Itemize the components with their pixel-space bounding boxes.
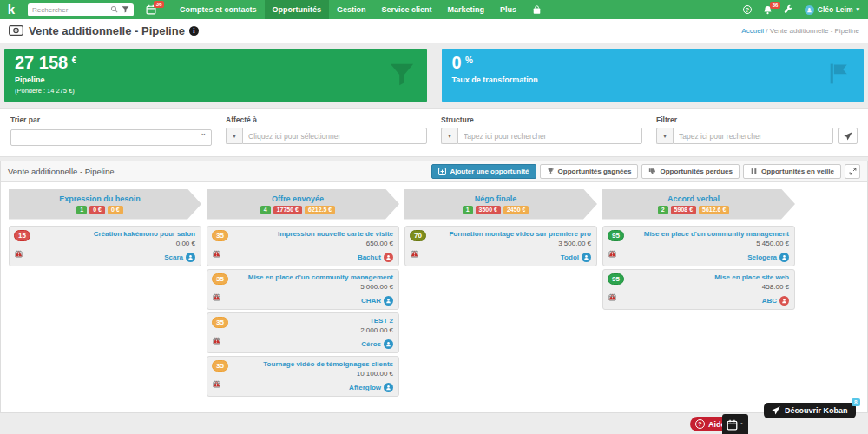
probability-badge: 95 — [608, 273, 624, 285]
opportunity-card[interactable]: 15 Création kakémono pour salon 0.00 € S… — [9, 226, 201, 266]
opportunity-title[interactable]: Formation montage video sur premiere pro — [435, 230, 591, 239]
opportunity-title[interactable]: Mise en place d'un community management — [237, 273, 393, 282]
account-avatar-icon[interactable] — [779, 253, 789, 262]
lost-opportunities-button[interactable]: Opportunités perdues — [641, 164, 740, 179]
standby-opportunities-button[interactable]: Opportunités en veille — [743, 164, 841, 179]
chevron-up-icon: ⌃ — [740, 422, 745, 429]
opportunity-amount: 10 100.00 € — [237, 370, 393, 378]
nav-service-client[interactable]: Service client — [374, 0, 440, 19]
opportunity-title[interactable]: Tournage vidéo de témoignages clients — [237, 360, 393, 369]
calendar-icon[interactable] — [213, 376, 220, 391]
account-link[interactable]: Selogera — [747, 253, 777, 261]
opportunity-amount: 5 450.00 € — [633, 240, 789, 247]
account-avatar-icon[interactable] — [779, 296, 789, 306]
opportunity-card[interactable]: 70 Formation montage video sur premiere … — [404, 226, 597, 266]
opportunity-card[interactable]: 35 TEST 2 2 000.00 € Céros — [207, 312, 399, 353]
stage-weighted-badge: 5612.6 € — [699, 206, 729, 214]
stage-total-badge: 3500 € — [476, 206, 501, 214]
nav-opportunites[interactable]: Opportunités — [265, 0, 330, 19]
assigned-dropdown-button[interactable]: ▾ — [226, 128, 242, 144]
structure-dropdown-button[interactable]: ▾ — [441, 128, 457, 144]
calendar-fab-button[interactable]: ⌃ — [722, 414, 748, 434]
filter-input[interactable] — [673, 128, 833, 144]
opportunity-title[interactable]: Mise en place site web — [633, 273, 789, 282]
search-icon[interactable] — [110, 5, 118, 15]
nav-gestion[interactable]: Gestion — [329, 0, 374, 19]
opportunity-amount: 5 000.00 € — [237, 283, 393, 291]
account-avatar-icon[interactable] — [384, 253, 393, 262]
opportunity-title[interactable]: Création kakémono pour salon — [39, 230, 195, 239]
kpi-pipeline-label: Pipeline — [15, 76, 417, 84]
won-opportunities-button[interactable]: Opportunités gagnées — [540, 164, 639, 179]
stage-count-badge: 2 — [658, 206, 668, 214]
opportunity-title[interactable]: Mise en place d'un community management — [633, 230, 789, 239]
structure-input[interactable] — [457, 128, 642, 144]
notifications-bell-icon[interactable]: 36 — [763, 5, 773, 15]
calendar-icon[interactable] — [411, 246, 418, 261]
nav-plus[interactable]: Plus — [492, 0, 524, 19]
account-avatar-icon[interactable] — [582, 253, 591, 262]
account-link[interactable]: Afterglow — [349, 384, 381, 391]
global-search[interactable] — [28, 3, 134, 16]
opportunity-title[interactable]: TEST 2 — [237, 317, 393, 326]
kpi-transformation-card[interactable]: 0 % Taux de transformation — [442, 49, 865, 102]
assigned-input[interactable] — [242, 128, 427, 144]
calendar-icon[interactable] — [608, 289, 616, 305]
settings-wrench-icon[interactable] — [784, 4, 793, 16]
account-link[interactable]: ABC — [762, 297, 777, 305]
account-link[interactable]: Céros — [361, 340, 381, 348]
add-opportunity-button[interactable]: Ajouter une opportunité — [431, 164, 536, 179]
sort-label: Trier par — [10, 115, 212, 124]
opportunity-card[interactable]: 35 Mise en place d'un community manageme… — [207, 269, 399, 310]
user-menu[interactable]: Cléo Leim ▾ — [805, 5, 859, 15]
apply-filter-button[interactable] — [838, 128, 858, 144]
add-opportunity-label: Ajouter une opportunité — [450, 168, 529, 175]
calendar-icon[interactable] — [213, 289, 220, 305]
market-icon[interactable] — [524, 0, 549, 19]
opportunity-title[interactable]: Impression nouvelle carte de visite — [237, 230, 393, 239]
search-filter-icon[interactable] — [122, 5, 129, 15]
account-avatar-icon[interactable] — [384, 339, 393, 349]
kpi-pipeline-unit: € — [72, 56, 77, 65]
account-link[interactable]: Bachut — [358, 253, 381, 261]
discover-koban-button[interactable]: Découvrir Koban 8 — [764, 403, 856, 418]
stage-title: Accord verbal — [667, 194, 720, 203]
stage-total-badge: 5908 € — [671, 206, 696, 214]
opportunity-amount: 0.00 € — [39, 240, 195, 247]
search-input[interactable] — [32, 6, 107, 14]
kpi-pipeline-card[interactable]: 27 158 € Pipeline (Pondéré : 14 275 €) — [4, 49, 427, 102]
account-avatar-icon[interactable] — [186, 253, 195, 262]
user-avatar — [805, 5, 814, 15]
help-icon[interactable]: ? — [743, 5, 752, 14]
account-avatar-icon[interactable] — [384, 296, 393, 306]
expand-icon[interactable] — [845, 164, 860, 179]
opportunity-card[interactable]: 95 Mise en place d'un community manageme… — [602, 226, 795, 266]
opportunity-card[interactable]: 35 Impression nouvelle carte de visite 6… — [207, 226, 399, 266]
account-avatar-icon[interactable] — [384, 383, 393, 392]
breadcrumb-home[interactable]: Accueil — [741, 27, 764, 35]
koban-logo[interactable]: k — [0, 0, 23, 19]
pipeline-panel: Vente additionnelle - Pipeline Ajouter u… — [0, 161, 868, 413]
opportunity-card[interactable]: 95 Mise en place site web 458.00 € ABC — [602, 269, 795, 310]
sort-select[interactable] — [10, 129, 212, 146]
calendar-icon[interactable] — [15, 246, 23, 261]
filter-dropdown-button[interactable]: ▾ — [656, 128, 673, 144]
calendar-icon[interactable] — [213, 246, 220, 261]
account-link[interactable]: CHAR — [361, 297, 381, 305]
nav-marketing[interactable]: Marketing — [440, 0, 493, 19]
nav-comptes-contacts[interactable]: Comptes et contacts — [172, 0, 265, 19]
probability-badge: 35 — [212, 317, 228, 328]
agenda-icon[interactable]: 36 — [146, 4, 156, 15]
opportunity-amount: 650.00 € — [237, 240, 393, 247]
discover-badge: 8 — [852, 398, 860, 406]
probability-badge: 35 — [212, 230, 228, 241]
opportunity-card[interactable]: 35 Tournage vidéo de témoignages clients… — [207, 356, 399, 397]
calendar-icon[interactable] — [608, 246, 616, 261]
page-header: Vente additionnelle - Pipeline i Accueil… — [0, 19, 868, 43]
account-link[interactable]: Todol — [561, 253, 579, 261]
probability-badge: 35 — [212, 273, 228, 285]
calendar-icon[interactable] — [213, 332, 220, 348]
info-icon[interactable]: i — [189, 26, 199, 36]
account-link[interactable]: Scara — [164, 253, 183, 261]
stage-column-nego-finale: Négo finale 1 3500 € 2450 € 70 Formation… — [404, 189, 597, 397]
